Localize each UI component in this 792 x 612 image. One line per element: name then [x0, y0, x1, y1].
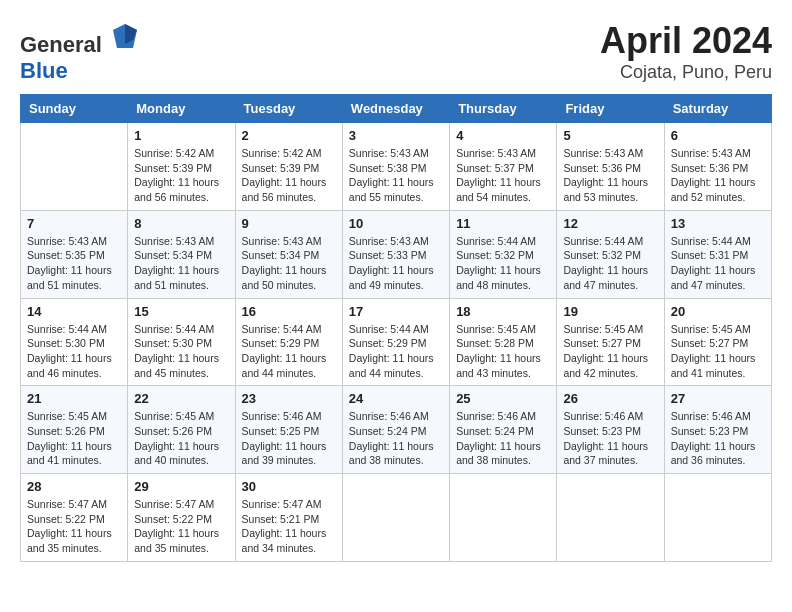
day-info: Sunrise: 5:46 AM Sunset: 5:24 PM Dayligh…: [456, 409, 550, 468]
day-info: Sunrise: 5:45 AM Sunset: 5:28 PM Dayligh…: [456, 322, 550, 381]
logo-blue: Blue: [20, 58, 68, 83]
day-number: 10: [349, 216, 443, 231]
day-number: 9: [242, 216, 336, 231]
day-info: Sunrise: 5:44 AM Sunset: 5:32 PM Dayligh…: [456, 234, 550, 293]
calendar-cell: 15Sunrise: 5:44 AM Sunset: 5:30 PM Dayli…: [128, 298, 235, 386]
calendar-cell: 27Sunrise: 5:46 AM Sunset: 5:23 PM Dayli…: [664, 386, 771, 474]
day-number: 12: [563, 216, 657, 231]
day-number: 3: [349, 128, 443, 143]
day-info: Sunrise: 5:44 AM Sunset: 5:32 PM Dayligh…: [563, 234, 657, 293]
calendar-cell: 28Sunrise: 5:47 AM Sunset: 5:22 PM Dayli…: [21, 474, 128, 562]
day-info: Sunrise: 5:47 AM Sunset: 5:22 PM Dayligh…: [27, 497, 121, 556]
calendar-cell: 19Sunrise: 5:45 AM Sunset: 5:27 PM Dayli…: [557, 298, 664, 386]
calendar-cell: 7Sunrise: 5:43 AM Sunset: 5:35 PM Daylig…: [21, 210, 128, 298]
day-info: Sunrise: 5:47 AM Sunset: 5:22 PM Dayligh…: [134, 497, 228, 556]
day-info: Sunrise: 5:44 AM Sunset: 5:30 PM Dayligh…: [134, 322, 228, 381]
calendar-cell: 12Sunrise: 5:44 AM Sunset: 5:32 PM Dayli…: [557, 210, 664, 298]
logo-icon: [109, 20, 141, 52]
day-number: 22: [134, 391, 228, 406]
weekday-header-monday: Monday: [128, 95, 235, 123]
calendar-cell: 26Sunrise: 5:46 AM Sunset: 5:23 PM Dayli…: [557, 386, 664, 474]
logo-text: General Blue: [20, 20, 141, 84]
day-info: Sunrise: 5:44 AM Sunset: 5:29 PM Dayligh…: [349, 322, 443, 381]
day-info: Sunrise: 5:46 AM Sunset: 5:25 PM Dayligh…: [242, 409, 336, 468]
calendar-cell: 6Sunrise: 5:43 AM Sunset: 5:36 PM Daylig…: [664, 123, 771, 211]
day-info: Sunrise: 5:44 AM Sunset: 5:30 PM Dayligh…: [27, 322, 121, 381]
calendar-cell: 5Sunrise: 5:43 AM Sunset: 5:36 PM Daylig…: [557, 123, 664, 211]
logo-general: General: [20, 32, 102, 57]
day-info: Sunrise: 5:43 AM Sunset: 5:35 PM Dayligh…: [27, 234, 121, 293]
weekday-header-friday: Friday: [557, 95, 664, 123]
calendar-cell: 25Sunrise: 5:46 AM Sunset: 5:24 PM Dayli…: [450, 386, 557, 474]
calendar-cell: 21Sunrise: 5:45 AM Sunset: 5:26 PM Dayli…: [21, 386, 128, 474]
calendar-week-row: 28Sunrise: 5:47 AM Sunset: 5:22 PM Dayli…: [21, 474, 772, 562]
day-info: Sunrise: 5:43 AM Sunset: 5:34 PM Dayligh…: [242, 234, 336, 293]
day-number: 7: [27, 216, 121, 231]
calendar-cell: [557, 474, 664, 562]
calendar-cell: 9Sunrise: 5:43 AM Sunset: 5:34 PM Daylig…: [235, 210, 342, 298]
day-number: 25: [456, 391, 550, 406]
day-info: Sunrise: 5:42 AM Sunset: 5:39 PM Dayligh…: [242, 146, 336, 205]
day-number: 18: [456, 304, 550, 319]
calendar-cell: [664, 474, 771, 562]
weekday-header-tuesday: Tuesday: [235, 95, 342, 123]
day-number: 8: [134, 216, 228, 231]
day-number: 1: [134, 128, 228, 143]
page-header: General Blue April 2024 Cojata, Puno, Pe…: [20, 20, 772, 84]
calendar-cell: 3Sunrise: 5:43 AM Sunset: 5:38 PM Daylig…: [342, 123, 449, 211]
calendar-cell: 16Sunrise: 5:44 AM Sunset: 5:29 PM Dayli…: [235, 298, 342, 386]
title-section: April 2024 Cojata, Puno, Peru: [600, 20, 772, 83]
day-info: Sunrise: 5:44 AM Sunset: 5:31 PM Dayligh…: [671, 234, 765, 293]
day-number: 27: [671, 391, 765, 406]
day-number: 5: [563, 128, 657, 143]
day-info: Sunrise: 5:45 AM Sunset: 5:26 PM Dayligh…: [27, 409, 121, 468]
calendar-cell: 20Sunrise: 5:45 AM Sunset: 5:27 PM Dayli…: [664, 298, 771, 386]
calendar-cell: [342, 474, 449, 562]
calendar-cell: 18Sunrise: 5:45 AM Sunset: 5:28 PM Dayli…: [450, 298, 557, 386]
day-info: Sunrise: 5:43 AM Sunset: 5:33 PM Dayligh…: [349, 234, 443, 293]
day-number: 29: [134, 479, 228, 494]
calendar-cell: 8Sunrise: 5:43 AM Sunset: 5:34 PM Daylig…: [128, 210, 235, 298]
day-number: 24: [349, 391, 443, 406]
day-number: 14: [27, 304, 121, 319]
day-info: Sunrise: 5:43 AM Sunset: 5:38 PM Dayligh…: [349, 146, 443, 205]
day-info: Sunrise: 5:43 AM Sunset: 5:36 PM Dayligh…: [671, 146, 765, 205]
day-number: 15: [134, 304, 228, 319]
calendar-cell: 22Sunrise: 5:45 AM Sunset: 5:26 PM Dayli…: [128, 386, 235, 474]
day-info: Sunrise: 5:47 AM Sunset: 5:21 PM Dayligh…: [242, 497, 336, 556]
calendar-header-row: SundayMondayTuesdayWednesdayThursdayFrid…: [21, 95, 772, 123]
day-info: Sunrise: 5:43 AM Sunset: 5:37 PM Dayligh…: [456, 146, 550, 205]
calendar-cell: 17Sunrise: 5:44 AM Sunset: 5:29 PM Dayli…: [342, 298, 449, 386]
day-number: 26: [563, 391, 657, 406]
day-info: Sunrise: 5:44 AM Sunset: 5:29 PM Dayligh…: [242, 322, 336, 381]
weekday-header-saturday: Saturday: [664, 95, 771, 123]
day-info: Sunrise: 5:42 AM Sunset: 5:39 PM Dayligh…: [134, 146, 228, 205]
weekday-header-wednesday: Wednesday: [342, 95, 449, 123]
day-info: Sunrise: 5:46 AM Sunset: 5:23 PM Dayligh…: [671, 409, 765, 468]
calendar-cell: 13Sunrise: 5:44 AM Sunset: 5:31 PM Dayli…: [664, 210, 771, 298]
day-number: 19: [563, 304, 657, 319]
weekday-header-sunday: Sunday: [21, 95, 128, 123]
day-info: Sunrise: 5:43 AM Sunset: 5:36 PM Dayligh…: [563, 146, 657, 205]
location-title: Cojata, Puno, Peru: [600, 62, 772, 83]
month-title: April 2024: [600, 20, 772, 62]
day-number: 4: [456, 128, 550, 143]
day-number: 17: [349, 304, 443, 319]
day-info: Sunrise: 5:46 AM Sunset: 5:23 PM Dayligh…: [563, 409, 657, 468]
calendar-cell: 24Sunrise: 5:46 AM Sunset: 5:24 PM Dayli…: [342, 386, 449, 474]
day-info: Sunrise: 5:43 AM Sunset: 5:34 PM Dayligh…: [134, 234, 228, 293]
day-number: 30: [242, 479, 336, 494]
calendar-week-row: 21Sunrise: 5:45 AM Sunset: 5:26 PM Dayli…: [21, 386, 772, 474]
calendar-cell: 10Sunrise: 5:43 AM Sunset: 5:33 PM Dayli…: [342, 210, 449, 298]
calendar-cell: 1Sunrise: 5:42 AM Sunset: 5:39 PM Daylig…: [128, 123, 235, 211]
day-number: 21: [27, 391, 121, 406]
day-info: Sunrise: 5:45 AM Sunset: 5:26 PM Dayligh…: [134, 409, 228, 468]
calendar-cell: 2Sunrise: 5:42 AM Sunset: 5:39 PM Daylig…: [235, 123, 342, 211]
calendar-cell: [450, 474, 557, 562]
calendar-week-row: 14Sunrise: 5:44 AM Sunset: 5:30 PM Dayli…: [21, 298, 772, 386]
day-number: 23: [242, 391, 336, 406]
day-info: Sunrise: 5:45 AM Sunset: 5:27 PM Dayligh…: [671, 322, 765, 381]
day-number: 16: [242, 304, 336, 319]
day-number: 2: [242, 128, 336, 143]
calendar-cell: 11Sunrise: 5:44 AM Sunset: 5:32 PM Dayli…: [450, 210, 557, 298]
